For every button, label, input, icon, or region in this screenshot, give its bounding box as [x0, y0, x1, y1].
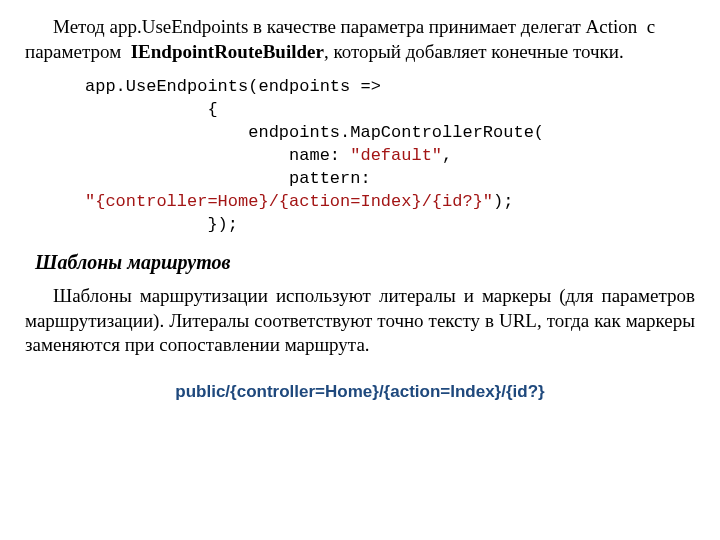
code-snippet: app.UseEndpoints(endpoints => { endpoint…	[85, 76, 695, 237]
code-line-4b: ,	[442, 146, 452, 165]
code-line-2: {	[85, 100, 218, 119]
intro-paragraph: Метод app.UseEndpoints в качестве параме…	[25, 15, 695, 64]
route-pattern-example: public/{controller=Home}/{action=Index}/…	[25, 382, 695, 402]
intro-text-post: , который добавляет конечные точки.	[324, 41, 624, 62]
intro-text-bold: IEndpointRouteBuilder	[131, 41, 324, 62]
code-line-6b: );	[493, 192, 513, 211]
code-line-7: });	[85, 215, 238, 234]
code-line-3: endpoints.MapControllerRoute(	[85, 123, 544, 142]
code-string-pattern: "{controller=Home}/{action=Index}/{id?}"	[85, 192, 493, 211]
code-line-1: app.UseEndpoints(endpoints =>	[85, 77, 381, 96]
subheading-route-templates: Шаблоны маршрутов	[35, 251, 695, 274]
body-paragraph: Шаблоны маршрутизации используют литерал…	[25, 284, 695, 358]
code-string-default: "default"	[350, 146, 442, 165]
code-line-4a: name:	[85, 146, 350, 165]
code-line-5: pattern:	[85, 169, 381, 188]
